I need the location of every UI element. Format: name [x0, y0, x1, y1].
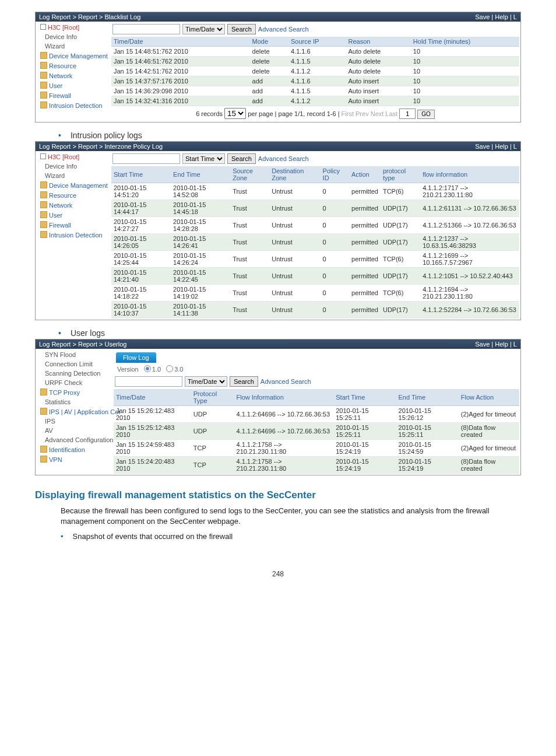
radio-v3[interactable]	[166, 365, 173, 372]
pager-perpage[interactable]: 15	[224, 108, 246, 119]
tree-item[interactable]: Wizard	[36, 41, 111, 51]
col-mode[interactable]: Mode	[250, 37, 288, 47]
table-cell: 2010-01-15 14:22:45	[171, 268, 230, 285]
table-cell: 4.1.1.2:1717 --> 210.21.230.11:80	[420, 183, 519, 200]
table-cell: Untrust	[269, 285, 320, 302]
table-cell: 4.1.1.2	[288, 66, 346, 76]
col-time[interactable]: Time/Date	[111, 37, 250, 47]
tree-item[interactable]: Firewall	[36, 90, 111, 100]
table-cell: UDP(17)	[381, 234, 420, 251]
table-cell: delete	[250, 47, 288, 57]
table-row: Jan 15 14:42:51:762 2010delete4.1.1.2Aut…	[111, 66, 519, 76]
search-field-select[interactable]: Time/Date	[182, 24, 225, 34]
table-cell: Auto delete	[346, 47, 411, 57]
table-cell: Jan 15 14:32:41:316 2010	[111, 96, 250, 106]
table-cell: permitted	[349, 251, 381, 268]
table-cell: TCP(6)	[381, 251, 420, 268]
table-cell: 2010-01-15 14:26:24	[171, 251, 230, 268]
nav-tree: H3C [Root] Device Info Wizard Device Man…	[36, 22, 111, 122]
col-srcip[interactable]: Source IP	[288, 37, 346, 47]
tree-item[interactable]: Resource	[36, 61, 111, 71]
table-cell: 10	[411, 57, 519, 66]
table-cell: Auto insert	[346, 76, 411, 86]
table-cell: TCP(6)	[381, 285, 420, 302]
tree-item[interactable]: Intrusion Detection	[36, 100, 111, 110]
breadcrumb-links[interactable]: Save | Help | L	[475, 13, 517, 20]
advanced-search-link[interactable]: Advanced Search	[258, 26, 309, 33]
table-cell: 0	[321, 217, 349, 234]
search-input[interactable]	[112, 24, 180, 34]
table-cell: (2)Aged for timeout	[459, 406, 519, 423]
table-cell: UDP(17)	[381, 268, 420, 285]
section-heading: •Intrusion policy logs	[58, 131, 521, 140]
col-reason[interactable]: Reason	[346, 37, 411, 47]
radio-v1[interactable]	[144, 365, 151, 372]
table-row: 2010-01-15 14:21:402010-01-15 14:22:45Tr…	[111, 268, 519, 285]
breadcrumb: Log Report > Report > Userlog Save | Hel…	[36, 340, 520, 349]
pager-nav[interactable]: First Prev Next Last	[342, 110, 398, 117]
table-cell: 2010-01-15 15:25:11	[396, 423, 459, 440]
table-cell: 4.1.1.2:64696 --> 10.72.66.36:53	[234, 423, 334, 440]
search-input[interactable]	[115, 376, 182, 387]
table-cell: Untrust	[269, 200, 320, 217]
pager: 6 records 15 per page | page 1/1, record…	[111, 106, 519, 121]
table-cell: 0	[321, 285, 349, 302]
section-title: Displaying firewall management statistic…	[35, 489, 521, 501]
tree-root[interactable]: H3C [Root]	[36, 23, 111, 32]
table-row: 2010-01-15 14:25:442010-01-15 14:26:24Tr…	[111, 251, 519, 268]
search-button[interactable]: Search	[227, 153, 256, 164]
table-row: Jan 15 14:37:57:176 2010add4.1.1.6Auto i…	[111, 76, 519, 86]
advanced-search-link[interactable]: Advanced Search	[261, 378, 311, 385]
search-field-select[interactable]: Time/Date	[185, 376, 227, 387]
pager-page-input[interactable]	[399, 108, 416, 119]
table-cell: 4.1.1.5	[288, 86, 346, 96]
table-cell: Auto delete	[346, 57, 411, 66]
tab-flowlog[interactable]: Flow Log	[116, 352, 156, 363]
interzone-table: Start Time End Time Source Zone Destinat…	[111, 166, 519, 318]
search-input[interactable]	[112, 153, 180, 164]
table-cell: Jan 15 15:24:59:483 2010	[114, 440, 191, 457]
table-cell: permitted	[349, 268, 381, 285]
col-hold[interactable]: Hold Time (minutes)	[411, 37, 519, 47]
table-cell: Jan 15 14:37:57:176 2010	[111, 76, 250, 86]
table-cell: 4.1.1.2:1758 --> 210.21.230.11:80	[234, 440, 334, 457]
tree-item[interactable]: Device Management	[36, 51, 111, 61]
pager-go-button[interactable]: GO	[417, 110, 435, 119]
search-bar: Time/Date Search Advanced Search	[111, 23, 519, 37]
table-row: Jan 15 15:24:20:483 2010TCP4.1.1.2:1758 …	[114, 457, 519, 474]
table-cell: 2010-01-15 15:24:59	[396, 440, 459, 457]
table-cell: 2010-01-15 14:26:41	[171, 234, 230, 251]
table-cell: TCP	[191, 457, 234, 474]
breadcrumb-text: Log Report > Report > Blacklist Log	[39, 13, 140, 20]
breadcrumb: Log Report > Report > Interzone Policy L…	[36, 142, 520, 151]
table-cell: 2010-01-15 14:28:28	[171, 217, 230, 234]
search-button[interactable]: Search	[227, 24, 256, 34]
table-row: Jan 15 15:24:59:483 2010TCP4.1.1.2:1758 …	[114, 440, 519, 457]
table-row: Jan 15 14:36:29:098 2010add4.1.1.5Auto i…	[111, 86, 519, 96]
table-cell: 4.1.1.2:52284 --> 10.72.66.36:53	[420, 302, 519, 318]
table-cell: Untrust	[269, 251, 320, 268]
table-cell: Trust	[230, 302, 269, 318]
table-cell: 0	[321, 234, 349, 251]
breadcrumb: Log Report > Report > Blacklist Log Save…	[36, 12, 520, 22]
tree-item[interactable]: Device Info	[36, 32, 111, 41]
table-cell: 2010-01-15 15:24:19	[396, 457, 459, 474]
search-button[interactable]: Search	[230, 376, 258, 387]
table-cell: 2010-01-15 14:26:05	[111, 234, 171, 251]
tree-item[interactable]: Network	[36, 71, 111, 80]
table-cell: permitted	[349, 285, 381, 302]
table-cell: 2010-01-15 15:25:11	[333, 406, 396, 423]
table-cell: 4.1.1.2:1694 --> 210.21.230.11:80	[420, 285, 519, 302]
table-cell: add	[250, 86, 288, 96]
table-cell: 10	[411, 76, 519, 86]
table-cell: 2010-01-15 14:51:20	[111, 183, 171, 200]
table-cell: 4.1.1.2:51366 --> 10.72.66.36:53	[420, 217, 519, 234]
table-cell: 10	[411, 96, 519, 106]
nav-tree: H3C [Root] Device Info Wizard Device Man…	[36, 151, 111, 320]
tree-item[interactable]: User	[36, 80, 111, 90]
advanced-search-link[interactable]: Advanced Search	[258, 155, 309, 162]
table-cell: 2010-01-15 14:21:40	[111, 268, 171, 285]
table-cell: Auto insert	[346, 86, 411, 96]
table-cell: Untrust	[269, 234, 320, 251]
search-field-select[interactable]: Start Time	[182, 153, 225, 164]
